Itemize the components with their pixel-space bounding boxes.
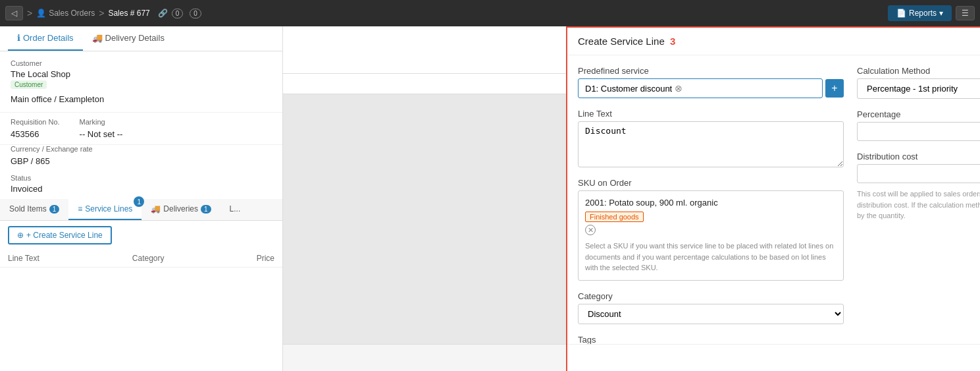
col-category-header: Category bbox=[132, 254, 257, 263]
percentage-group: Percentage % bbox=[857, 109, 980, 141]
percentage-label: Percentage bbox=[857, 109, 980, 119]
extra-menu-button[interactable]: ☰ bbox=[956, 6, 975, 20]
status-value: Invoiced bbox=[11, 184, 272, 194]
modal-header: Create Service Line 3 × bbox=[567, 28, 980, 55]
currency-label: Currency / Exchange rate bbox=[11, 145, 93, 153]
more-label: L... bbox=[230, 204, 241, 214]
sold-items-label: Sold Items bbox=[9, 204, 47, 214]
deliveries-icon: 🚚 bbox=[151, 204, 161, 214]
sku-box[interactable]: 2001: Potato soup, 900 ml. organic Finis… bbox=[578, 190, 844, 281]
sku-item-name: 2001: Potato soup, 900 ml. organic bbox=[585, 198, 837, 208]
category-select[interactable]: Discount bbox=[578, 304, 844, 324]
left-panel: ℹ Order Details 🚚 Delivery Details Custo… bbox=[0, 26, 283, 371]
plus-icon: ⊕ bbox=[17, 231, 24, 240]
create-service-line-button[interactable]: ⊕ + Create Service Line bbox=[8, 226, 112, 244]
app-wrapper: ◁ > 👤 Sales Orders > Sales # 677 🔗 0 0 📄… bbox=[0, 0, 980, 371]
modal-title: Create Service Line 3 bbox=[578, 36, 675, 47]
back-button[interactable]: ◁ bbox=[5, 6, 23, 20]
link-icon: 🔗 bbox=[158, 9, 168, 18]
sub-tab-deliveries[interactable]: 🚚 Deliveries 1 bbox=[142, 199, 220, 220]
deliveries-label: Deliveries bbox=[163, 204, 198, 214]
tab-delivery-details[interactable]: 🚚 Delivery Details bbox=[83, 26, 174, 51]
delivery-details-icon: 🚚 bbox=[92, 33, 103, 43]
sku-group: SKU on Order 2001: Potato soup, 900 ml. … bbox=[578, 178, 844, 281]
right-area: 📄 Invoice (10449) ▾ on Margin: 954,44 (3… bbox=[283, 26, 980, 371]
breadcrumb-sep-1: > bbox=[27, 8, 32, 18]
check-count[interactable]: 0 bbox=[190, 9, 201, 18]
breadcrumb-sep-2: > bbox=[99, 8, 104, 18]
modal-body: Predefined service D1: Customer discount… bbox=[567, 55, 980, 344]
calc-method-group: Calculation Method Percentage - 1st prio… bbox=[857, 66, 980, 99]
line-text-label: Line Text bbox=[578, 109, 844, 119]
customer-name: The Local Shop bbox=[11, 69, 272, 79]
sub-tab-service-lines[interactable]: ≡ Service Lines 1 bbox=[68, 199, 142, 220]
tags-group: Tags Select tags + bbox=[578, 335, 844, 345]
sub-tab-sold-items[interactable]: Sold Items 1 bbox=[0, 199, 68, 220]
requisition-label: Requisition No. bbox=[11, 118, 60, 126]
deliveries-badge: 1 bbox=[201, 205, 211, 214]
predefined-service-tag: D1: Customer discount ⊗ bbox=[585, 83, 683, 94]
breadcrumb-sales-orders[interactable]: 👤 Sales Orders bbox=[36, 9, 95, 18]
col-line-text-header: Line Text bbox=[8, 254, 132, 263]
currency-item: Currency / Exchange rate GBP / 865 bbox=[11, 145, 93, 166]
percentage-input[interactable] bbox=[857, 122, 980, 141]
customer-section: Customer The Local Shop Customer Main of… bbox=[0, 51, 282, 112]
distribution-cost-group: Distribution cost DKK This cost will be … bbox=[857, 152, 980, 221]
distribution-row: DKK bbox=[857, 164, 980, 183]
tags-label: Tags bbox=[578, 335, 844, 345]
predefined-service-add-button[interactable]: + bbox=[825, 79, 844, 98]
calc-method-label: Calculation Method bbox=[857, 66, 980, 76]
requisition-item: Requisition No. 453566 bbox=[11, 118, 60, 139]
marking-value: -- Not set -- bbox=[80, 129, 123, 139]
top-bar-right: 📄 Reports ▾ ☰ bbox=[888, 5, 975, 21]
meta-row-2: Currency / Exchange rate GBP / 865 bbox=[0, 144, 282, 171]
predefined-service-remove[interactable]: ⊗ bbox=[675, 83, 683, 94]
table-header-row: Line Text Category Price bbox=[0, 250, 282, 268]
sub-tabs-row: Sold Items 1 ≡ Service Lines 1 🚚 Deliver… bbox=[0, 199, 282, 221]
status-row: Status Invoiced bbox=[0, 171, 282, 199]
main-area: ℹ Order Details 🚚 Delivery Details Custo… bbox=[0, 26, 980, 371]
distribution-input[interactable] bbox=[857, 164, 980, 183]
create-btn-row: ⊕ + Create Service Line bbox=[0, 221, 282, 250]
service-lines-icon: ≡ bbox=[78, 204, 82, 214]
order-details-icon: ℹ bbox=[17, 33, 20, 43]
service-lines-label: Service Lines bbox=[85, 204, 132, 214]
category-group: Category Discount bbox=[578, 291, 844, 324]
marking-label: Marking bbox=[80, 118, 123, 126]
predefined-service-group: Predefined service D1: Customer discount… bbox=[578, 66, 844, 98]
status-label: Status bbox=[11, 174, 272, 182]
tab-order-details[interactable]: ℹ Order Details bbox=[8, 26, 83, 51]
sales-orders-icon: 👤 bbox=[36, 9, 46, 18]
link-count[interactable]: 0 bbox=[172, 9, 184, 18]
sku-label: SKU on Order bbox=[578, 178, 844, 188]
breadcrumb-sales-number[interactable]: Sales # 677 bbox=[108, 9, 149, 18]
reports-icon: 📄 bbox=[896, 9, 906, 18]
col-price-header: Price bbox=[257, 254, 274, 263]
distribution-cost-label: Distribution cost bbox=[857, 152, 980, 161]
modal-col-left: Predefined service D1: Customer discount… bbox=[578, 66, 844, 333]
sku-finished-badge: Finished goods bbox=[585, 212, 644, 222]
modal-footer: 💾 Save bbox=[567, 344, 980, 371]
sku-hint: Select a SKU if you want this service li… bbox=[585, 241, 837, 273]
distribution-hint: This cost will be applied to sales order… bbox=[857, 188, 980, 221]
sold-items-badge: 1 bbox=[49, 205, 60, 214]
customer-label: Customer bbox=[11, 59, 272, 67]
reports-button[interactable]: 📄 Reports ▾ bbox=[888, 5, 952, 21]
sku-remove-button[interactable]: ✕ bbox=[585, 225, 596, 235]
calc-method-select[interactable]: Percentage - 1st priority bbox=[857, 78, 980, 99]
reports-dropdown-icon: ▾ bbox=[939, 9, 943, 18]
main-tabs-row: ℹ Order Details 🚚 Delivery Details bbox=[0, 26, 282, 51]
customer-badge: Customer bbox=[11, 80, 47, 89]
predefined-service-input[interactable]: D1: Customer discount ⊗ bbox=[578, 78, 823, 98]
create-service-line-modal: Create Service Line 3 × Predefined servi… bbox=[566, 26, 980, 371]
predefined-service-row: D1: Customer discount ⊗ + bbox=[578, 78, 844, 98]
customer-address: Main office / Exampleton bbox=[11, 94, 272, 104]
line-text-textarea[interactable] bbox=[578, 121, 844, 167]
meta-row: Requisition No. 453566 Marking -- Not se… bbox=[0, 112, 282, 144]
requisition-value: 453566 bbox=[11, 129, 60, 139]
predefined-service-label: Predefined service bbox=[578, 66, 844, 76]
modal-title-badge: 3 bbox=[670, 36, 675, 47]
sub-tab-more[interactable]: L... bbox=[220, 199, 250, 220]
currency-value: GBP / 865 bbox=[11, 156, 93, 166]
percentage-row: % bbox=[857, 122, 980, 141]
